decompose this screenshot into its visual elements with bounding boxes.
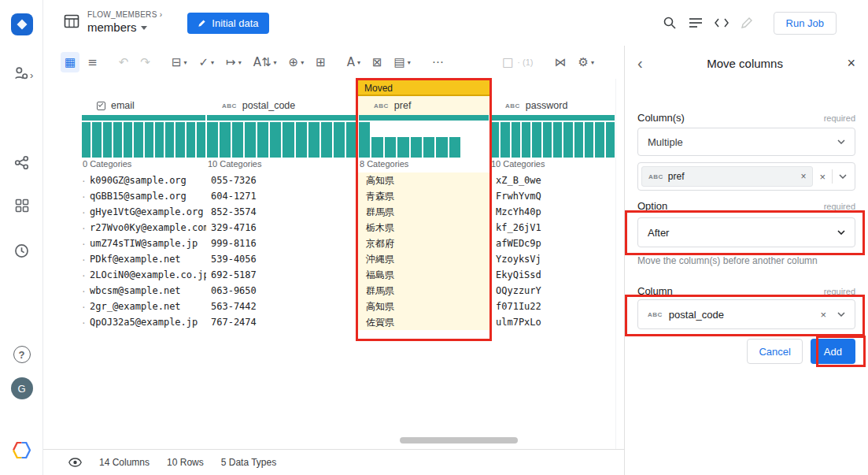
grid-cell[interactable]: 539-4056 bbox=[206, 251, 358, 267]
histogram-bar[interactable] bbox=[187, 122, 195, 158]
histogram-bar[interactable] bbox=[436, 137, 447, 158]
grid-cell[interactable]: PDkf@example.net bbox=[81, 251, 206, 267]
list-icon[interactable] bbox=[689, 17, 703, 28]
histogram-bar[interactable] bbox=[92, 122, 101, 158]
grid-cell[interactable]: 329-4716 bbox=[206, 220, 358, 236]
histogram-bar[interactable] bbox=[359, 122, 370, 158]
histogram-bar[interactable] bbox=[500, 122, 509, 158]
grid-cell[interactable]: qGBB15@sample.org bbox=[81, 188, 206, 204]
multiple-select[interactable]: Multiple bbox=[637, 128, 855, 156]
histogram-bar[interactable] bbox=[522, 122, 530, 158]
grid-cell[interactable]: 福島県 bbox=[358, 267, 489, 283]
more-button[interactable]: ⋯ bbox=[428, 52, 448, 72]
histogram-bar[interactable] bbox=[155, 122, 164, 158]
data-quality-bar[interactable] bbox=[490, 115, 615, 121]
manage-columns-button[interactable]: ⊟▾ bbox=[168, 52, 191, 72]
edit-table-button[interactable]: ⊠ bbox=[368, 52, 386, 72]
histogram-bar[interactable] bbox=[113, 122, 122, 158]
grid-cell[interactable]: gHye1VtG@example.org bbox=[81, 204, 206, 220]
user-avatar[interactable]: G bbox=[0, 377, 43, 399]
settings-sliders-button[interactable]: ⚙▾ bbox=[574, 52, 598, 72]
histogram-bar[interactable] bbox=[207, 122, 218, 158]
column-header-email[interactable]: email bbox=[81, 96, 206, 115]
grid-cell[interactable]: 055-7326 bbox=[206, 173, 358, 188]
chip-remove-icon[interactable]: × bbox=[800, 171, 806, 182]
close-icon[interactable]: × bbox=[847, 56, 855, 70]
add-button[interactable]: Add bbox=[811, 339, 855, 364]
cancel-button[interactable]: Cancel bbox=[747, 339, 802, 364]
grid-cell[interactable]: xZ_B_0we bbox=[489, 173, 615, 188]
histogram-bar[interactable] bbox=[175, 122, 184, 158]
grid-cell[interactable]: r27Wvo0Ky@example.com bbox=[81, 220, 206, 236]
histogram-bar[interactable] bbox=[385, 137, 396, 158]
grid-cell[interactable]: f071Iu22 bbox=[489, 299, 615, 314]
histogram-bar[interactable] bbox=[145, 122, 153, 158]
data-quality-bar[interactable] bbox=[359, 115, 489, 121]
histogram-bar[interactable] bbox=[512, 122, 520, 158]
chevron-down-icon[interactable] bbox=[839, 174, 847, 179]
search-icon[interactable] bbox=[663, 16, 677, 30]
histogram-bar[interactable] bbox=[449, 137, 460, 158]
horizontal-scrollbar[interactable] bbox=[400, 437, 518, 443]
app-logo[interactable] bbox=[0, 13, 43, 35]
grid-cell[interactable]: wbcsm@sample.net bbox=[81, 283, 206, 299]
histogram-bar[interactable] bbox=[397, 137, 408, 158]
histogram-bar[interactable] bbox=[283, 122, 294, 158]
grid-cell[interactable]: 群馬県 bbox=[358, 283, 489, 299]
run-job-button[interactable]: Run Job bbox=[774, 12, 837, 35]
grid-cell[interactable]: 2LOciN0@example.co.jp bbox=[81, 267, 206, 283]
grid-cell[interactable]: 999-8116 bbox=[206, 236, 358, 251]
grid-cell[interactable]: 高知県 bbox=[358, 299, 489, 314]
sidebar-item-recipes[interactable] bbox=[0, 154, 43, 171]
fit-width-button[interactable]: ⊞ bbox=[312, 52, 330, 72]
histogram-bar[interactable] bbox=[606, 122, 615, 158]
grid-cell[interactable]: YzoyksVj bbox=[489, 251, 615, 267]
grid-cell[interactable]: afWEDc9p bbox=[489, 236, 615, 251]
grid-cell[interactable]: 京都府 bbox=[358, 236, 489, 251]
histogram-bar[interactable] bbox=[245, 122, 256, 158]
histogram-bar[interactable] bbox=[232, 122, 243, 158]
flow-name[interactable]: members bbox=[87, 20, 137, 35]
merge-button[interactable]: ⊕▾ bbox=[285, 52, 308, 72]
histogram-bar[interactable] bbox=[197, 122, 205, 158]
histogram-bar[interactable] bbox=[574, 122, 583, 158]
histogram-bar[interactable] bbox=[321, 122, 332, 158]
selected-column-chip[interactable]: ABC pref × bbox=[641, 166, 813, 187]
histogram-bar[interactable] bbox=[563, 122, 572, 158]
grid-cell[interactable]: ulm7PxLo bbox=[489, 314, 615, 330]
histogram-bar[interactable] bbox=[585, 122, 593, 158]
extract-button[interactable]: ↦▾ bbox=[222, 52, 246, 72]
histogram-bar[interactable] bbox=[134, 122, 142, 158]
grid-cell[interactable]: 青森県 bbox=[358, 188, 489, 204]
sidebar-expand-chevron[interactable]: › bbox=[30, 69, 33, 81]
column-histogram[interactable] bbox=[207, 122, 357, 158]
grid-cell[interactable]: 佐賀県 bbox=[358, 314, 489, 330]
lookup-join-button[interactable]: ⋈ bbox=[551, 52, 571, 72]
column-header-postal_code[interactable]: ABCpostal_code bbox=[206, 96, 358, 115]
clear-selection-icon[interactable]: × bbox=[819, 171, 826, 183]
grid-view-button[interactable]: ▦ bbox=[61, 52, 79, 72]
histogram-bar[interactable] bbox=[165, 122, 174, 158]
format-text-button[interactable]: A▾ bbox=[343, 52, 364, 72]
histogram-bar[interactable] bbox=[308, 122, 319, 158]
grid-cell[interactable]: 563-7442 bbox=[206, 299, 358, 314]
grid-cell[interactable]: 群馬県 bbox=[358, 204, 489, 220]
data-quality-bar[interactable] bbox=[207, 115, 357, 121]
histogram-bar[interactable] bbox=[296, 122, 307, 158]
histogram-bar[interactable] bbox=[334, 122, 345, 158]
chevron-down-icon[interactable] bbox=[141, 26, 147, 30]
code-icon[interactable] bbox=[715, 18, 729, 28]
histogram-bar[interactable] bbox=[124, 122, 132, 158]
histogram-bar[interactable] bbox=[103, 122, 112, 158]
sort-button[interactable]: A⇅▾ bbox=[249, 52, 281, 72]
help-button[interactable]: ? bbox=[0, 346, 43, 363]
grid-cell[interactable]: 063-9650 bbox=[206, 283, 358, 299]
histogram-bar[interactable] bbox=[82, 122, 90, 158]
visibility-eye-icon[interactable] bbox=[68, 458, 82, 467]
selection-indicator[interactable]: □· (1) bbox=[498, 52, 537, 72]
histogram-bar[interactable] bbox=[553, 122, 562, 158]
histogram-bar[interactable] bbox=[346, 122, 357, 158]
histogram-bar[interactable] bbox=[411, 137, 422, 158]
column-histogram[interactable] bbox=[359, 122, 460, 158]
grid-cell[interactable]: 692-5187 bbox=[206, 267, 358, 283]
